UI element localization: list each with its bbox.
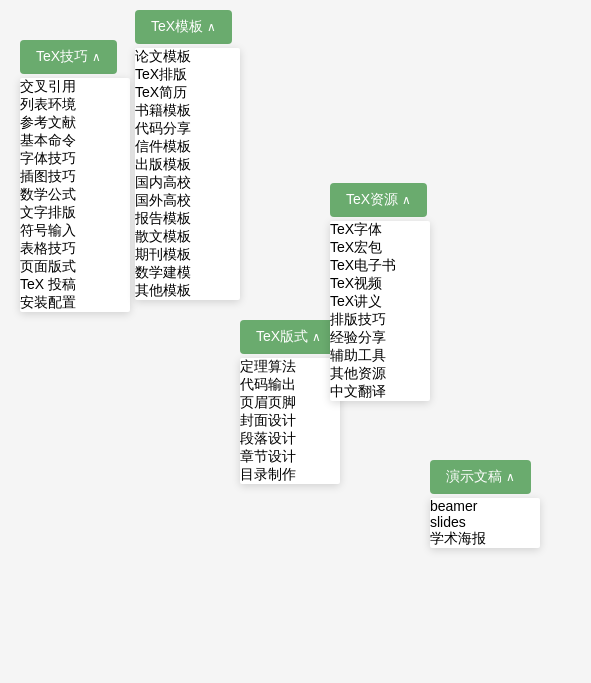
list-item[interactable]: 报告模板 [135, 210, 240, 228]
tex-skills-arrow-icon: ∧ [92, 50, 101, 64]
tex-resources-button[interactable]: TeX资源 ∧ [330, 183, 427, 217]
list-item[interactable]: 列表环境 [20, 96, 130, 114]
list-item[interactable]: 段落设计 [240, 430, 340, 448]
list-item[interactable]: 学术海报 [430, 530, 540, 548]
list-item[interactable]: slides [430, 514, 540, 530]
tex-templates-label: TeX模板 [151, 18, 203, 36]
tex-templates-panel: 论文模板 TeX排版 TeX简历 书籍模板 代码分享 信件模板 出版模板 国内高… [135, 48, 240, 300]
list-item[interactable]: 交叉引用 [20, 78, 130, 96]
list-item[interactable]: 辅助工具 [330, 347, 430, 365]
list-item[interactable]: TeX简历 [135, 84, 240, 102]
list-item[interactable]: TeX宏包 [330, 239, 430, 257]
list-item[interactable]: 目录制作 [240, 466, 340, 484]
list-item[interactable]: 页眉页脚 [240, 394, 340, 412]
list-item[interactable]: 其他资源 [330, 365, 430, 383]
tex-skills-panel: 交叉引用 列表环境 参考文献 基本命令 字体技巧 插图技巧 数学公式 文字排版 … [20, 78, 130, 312]
tex-templates-button[interactable]: TeX模板 ∧ [135, 10, 232, 44]
list-item[interactable]: 其他模板 [135, 282, 240, 300]
list-item[interactable]: TeX排版 [135, 66, 240, 84]
tex-resources-arrow-icon: ∧ [402, 193, 411, 207]
list-item[interactable]: 国内高校 [135, 174, 240, 192]
list-item[interactable]: 定理算法 [240, 358, 340, 376]
presentation-docs-label: 演示文稿 [446, 468, 502, 486]
list-item[interactable]: 论文模板 [135, 48, 240, 66]
list-item[interactable]: beamer [430, 498, 540, 514]
list-item[interactable]: 经验分享 [330, 329, 430, 347]
menu-container: TeX技巧 ∧ 交叉引用 列表环境 参考文献 基本命令 字体技巧 插图技巧 数学… [0, 0, 591, 683]
list-item[interactable]: TeX电子书 [330, 257, 430, 275]
list-item[interactable]: TeX讲义 [330, 293, 430, 311]
list-item[interactable]: 插图技巧 [20, 168, 130, 186]
tex-edition-label: TeX版式 [256, 328, 308, 346]
tex-edition-button[interactable]: TeX版式 ∧ [240, 320, 337, 354]
list-item[interactable]: 安装配置 [20, 294, 130, 312]
list-item[interactable]: TeX 投稿 [20, 276, 130, 294]
list-item[interactable]: 数学公式 [20, 186, 130, 204]
presentation-docs-button[interactable]: 演示文稿 ∧ [430, 460, 531, 494]
list-item[interactable]: 文字排版 [20, 204, 130, 222]
list-item[interactable]: 散文模板 [135, 228, 240, 246]
list-item[interactable]: TeX字体 [330, 221, 430, 239]
list-item[interactable]: 章节设计 [240, 448, 340, 466]
list-item[interactable]: 页面版式 [20, 258, 130, 276]
list-item[interactable]: 代码输出 [240, 376, 340, 394]
list-item[interactable]: 封面设计 [240, 412, 340, 430]
list-item[interactable]: 期刊模板 [135, 246, 240, 264]
tex-resources-panel: TeX字体 TeX宏包 TeX电子书 TeX视频 TeX讲义 排版技巧 经验分享… [330, 221, 430, 401]
tex-skills-label: TeX技巧 [36, 48, 88, 66]
tex-edition-arrow-icon: ∧ [312, 330, 321, 344]
list-item[interactable]: TeX视频 [330, 275, 430, 293]
tex-resources-label: TeX资源 [346, 191, 398, 209]
tex-templates-arrow-icon: ∧ [207, 20, 216, 34]
list-item[interactable]: 表格技巧 [20, 240, 130, 258]
list-item[interactable]: 数学建模 [135, 264, 240, 282]
tex-edition-panel: 定理算法 代码输出 页眉页脚 封面设计 段落设计 章节设计 目录制作 [240, 358, 340, 484]
list-item[interactable]: 字体技巧 [20, 150, 130, 168]
list-item[interactable]: 排版技巧 [330, 311, 430, 329]
list-item[interactable]: 书籍模板 [135, 102, 240, 120]
list-item[interactable]: 信件模板 [135, 138, 240, 156]
list-item[interactable]: 出版模板 [135, 156, 240, 174]
list-item[interactable]: 参考文献 [20, 114, 130, 132]
list-item[interactable]: 基本命令 [20, 132, 130, 150]
list-item[interactable]: 中文翻译 [330, 383, 430, 401]
list-item[interactable]: 符号输入 [20, 222, 130, 240]
presentation-docs-arrow-icon: ∧ [506, 470, 515, 484]
tex-skills-button[interactable]: TeX技巧 ∧ [20, 40, 117, 74]
list-item[interactable]: 国外高校 [135, 192, 240, 210]
presentation-docs-panel: beamer slides 学术海报 [430, 498, 540, 548]
list-item[interactable]: 代码分享 [135, 120, 240, 138]
